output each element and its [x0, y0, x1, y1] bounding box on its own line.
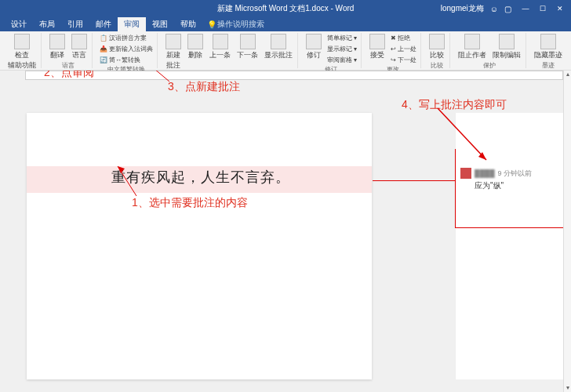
reviewing-pane-dropdown[interactable]: 审阅窗格 ▾	[326, 55, 358, 65]
pinyin-button[interactable]: 📋汉语拼音方案	[99, 33, 154, 43]
convert-icon: 🔄	[100, 56, 107, 64]
group-accessibility: 检查 辅助功能 辅助功能	[3, 33, 42, 68]
annotation-step4: 4、写上批注内容即可	[402, 98, 507, 112]
comment-text[interactable]: 应为"纵"	[475, 180, 565, 191]
annotation-step2: 2、点审阅	[44, 71, 94, 80]
show-comments-button[interactable]: 显示批注	[263, 33, 294, 61]
update-ime-button[interactable]: 📥更新输入法词典	[99, 44, 154, 54]
tab-references[interactable]: 引用	[61, 17, 89, 31]
document-page[interactable]: 重有疾风起，人生不言弃。	[27, 113, 372, 379]
next-change-button[interactable]: ↪下一处	[390, 55, 417, 65]
ribbon-tabs: 设计 布局 引用 邮件 审阅 视图 帮助 💡 操作说明搜索	[0, 17, 571, 31]
comment-author: ████	[475, 169, 495, 177]
comment-balloon[interactable]: ████ 9 分钟以前 应为"纵"	[456, 165, 569, 194]
block-icon	[464, 34, 480, 49]
tell-me-search[interactable]: 💡 操作说明搜索	[202, 17, 269, 31]
maximize-button[interactable]: ☐	[535, 2, 551, 15]
show-markup-dropdown[interactable]: 显示标记 ▾	[326, 44, 358, 54]
track-changes-button[interactable]: 修订	[304, 33, 323, 61]
tab-review[interactable]: 审阅	[118, 17, 146, 31]
user-name[interactable]: longmei龙梅	[441, 3, 484, 14]
prev-change-button[interactable]: ↩上一处	[390, 44, 417, 54]
next-icon	[240, 34, 256, 49]
ink-icon	[540, 34, 556, 49]
user-face-icon[interactable]: ☺	[490, 5, 498, 13]
annotation-step1: 1、选中需要批注的内容	[132, 196, 248, 210]
group-ink: 隐藏墨迹 墨迹	[529, 33, 567, 68]
comment-connector-2	[455, 227, 571, 228]
group-comments: 新建 批注 删除 上一条 下一条 显示批注 批注	[161, 33, 298, 68]
scroll-down-button[interactable]: ▾	[564, 384, 571, 392]
document-title: 新建 Microsoft Word 文档1.docx - Word	[217, 3, 355, 14]
pinyin-icon: 📋	[100, 34, 107, 42]
translate-button[interactable]: 翻译	[48, 33, 67, 61]
language-icon	[71, 34, 87, 49]
scroll-up-button[interactable]: ▴	[564, 71, 571, 78]
close-button[interactable]: ✕	[552, 2, 568, 15]
group-compare: 比较 比较	[424, 33, 450, 68]
new-comment-icon	[165, 34, 181, 49]
vertical-scrollbar[interactable]: ▴ ▾	[563, 71, 571, 392]
accessibility-icon	[14, 34, 30, 49]
next-comment-button[interactable]: 下一条	[235, 33, 260, 61]
new-comment-button[interactable]: 新建 批注	[164, 33, 183, 71]
tab-help[interactable]: 帮助	[174, 17, 202, 31]
comment-avatar-icon	[460, 168, 471, 179]
ime-icon: 📥	[100, 45, 107, 53]
block-authors-button[interactable]: 阻止作者	[456, 33, 488, 61]
language-button[interactable]: 语言	[70, 33, 89, 61]
show-comments-icon	[271, 34, 286, 49]
track-icon	[306, 34, 322, 49]
search-placeholder: 操作说明搜索	[217, 19, 264, 30]
simp-trad-button[interactable]: 🔄简↔繁转换	[99, 55, 154, 65]
reject-icon: ✖	[391, 34, 396, 42]
comment-time: 9 分钟以前	[498, 169, 533, 179]
next-change-icon: ↪	[391, 56, 396, 64]
ribbon: 检查 辅助功能 辅助功能 翻译 语言 语言 📋汉语拼音方案 📥更新输入法词典 🔄…	[0, 31, 571, 71]
comment-connector	[373, 180, 455, 181]
minimize-button[interactable]: —	[518, 2, 533, 15]
document-text[interactable]: 重有疾风起，人生不言弃。	[111, 168, 290, 187]
title-bar-right: longmei龙梅 ☺ ▢ — ☐ ✕	[441, 2, 568, 15]
document-canvas: 重有疾风起，人生不言弃。 ████ 9 分钟以前 应为"纵" 2、点审阅 3、点…	[0, 71, 571, 392]
restrict-icon	[499, 34, 515, 49]
reject-button[interactable]: ✖拒绝	[390, 33, 417, 43]
prev-icon	[213, 34, 228, 49]
delete-comment-icon	[187, 34, 203, 49]
check-accessibility-button[interactable]: 检查 辅助功能	[6, 33, 38, 71]
tab-design[interactable]: 设计	[5, 17, 33, 31]
group-changes: 接受 ✖拒绝 ↩上一处 ↪下一处 更改	[365, 33, 421, 68]
compare-button[interactable]: 比较	[427, 33, 446, 61]
tab-view[interactable]: 视图	[146, 17, 174, 31]
horizontal-ruler[interactable]	[25, 71, 563, 80]
accept-icon	[369, 34, 385, 49]
prev-comment-button[interactable]: 上一条	[208, 33, 232, 61]
annotation-step3: 3、点新建批注	[168, 80, 240, 94]
delete-comment-button[interactable]: 删除	[186, 33, 205, 61]
ribbon-display-icon[interactable]: ▢	[504, 5, 511, 13]
comment-connector-v	[455, 149, 456, 227]
compare-icon	[429, 34, 445, 49]
title-bar: 新建 Microsoft Word 文档1.docx - Word longme…	[0, 0, 571, 17]
hide-ink-button[interactable]: 隐藏墨迹	[533, 33, 564, 61]
restrict-editing-button[interactable]: 限制编辑	[491, 33, 522, 61]
prev-change-icon: ↩	[391, 45, 396, 53]
group-protect: 阻止作者 限制编辑 保护	[453, 33, 526, 68]
group-language: 翻译 语言 语言	[45, 33, 93, 68]
tab-layout[interactable]: 布局	[33, 17, 61, 31]
bulb-icon: 💡	[207, 20, 215, 28]
translate-icon	[49, 34, 65, 49]
comments-pane: ████ 9 分钟以前 应为"纵"	[455, 113, 571, 379]
group-tracking: 修订 简单标记 ▾ 显示标记 ▾ 审阅窗格 ▾ 修订	[301, 33, 362, 68]
group-chinese: 📋汉语拼音方案 📥更新输入法词典 🔄简↔繁转换 中文简繁转换	[96, 33, 158, 68]
accept-button[interactable]: 接受	[368, 33, 387, 61]
tab-mailings[interactable]: 邮件	[89, 17, 118, 31]
markup-display-dropdown[interactable]: 简单标记 ▾	[326, 33, 358, 43]
